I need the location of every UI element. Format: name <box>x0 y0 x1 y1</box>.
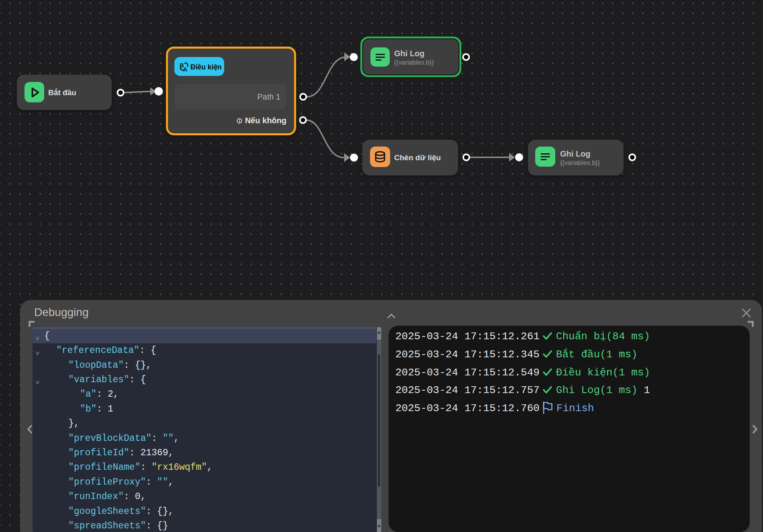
svg-text:A: A <box>183 66 187 72</box>
